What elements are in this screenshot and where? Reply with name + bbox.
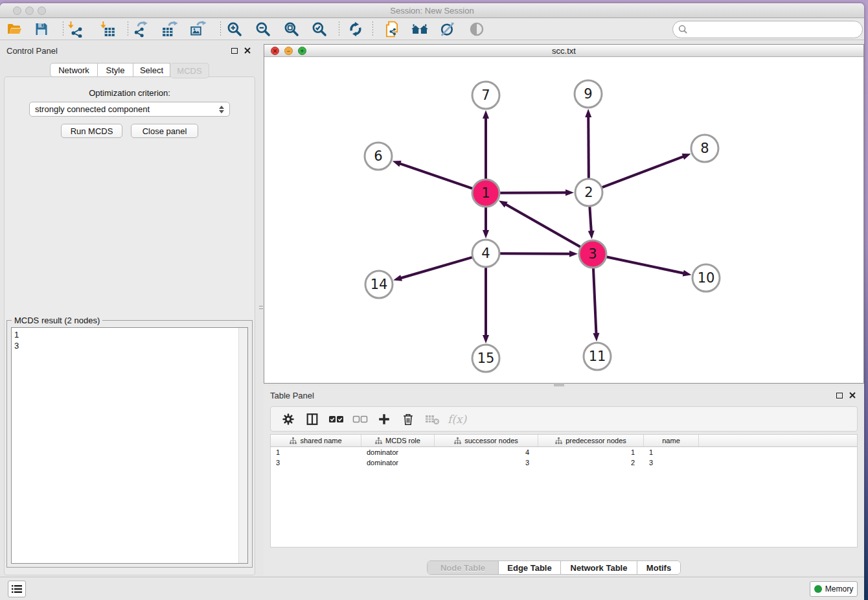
- tab-mcds[interactable]: MCDS: [170, 63, 209, 78]
- export-image-icon: [190, 21, 207, 38]
- search-box[interactable]: [672, 21, 863, 38]
- tab-edge-table[interactable]: Edge Table: [499, 561, 561, 574]
- table-cell[interactable]: 1: [271, 447, 361, 457]
- table-cell[interactable]: dominator: [361, 457, 435, 468]
- close-panel-icon[interactable]: [244, 47, 251, 54]
- table-cell[interactable]: dominator: [361, 447, 435, 457]
- task-history-button[interactable]: [8, 581, 26, 597]
- zoom-fit-button[interactable]: [280, 19, 303, 39]
- table-cell[interactable]: 3: [644, 457, 699, 468]
- zoom-out-button[interactable]: [252, 19, 274, 39]
- column-header-MCDS-role[interactable]: MCDS role: [361, 435, 435, 446]
- control-panel-tabs: NetworkStyleSelectMCDS: [50, 63, 209, 77]
- save-session-button[interactable]: [30, 19, 52, 39]
- column-header-predecessor-nodes[interactable]: predecessor nodes: [538, 435, 644, 446]
- home-button[interactable]: [409, 19, 431, 39]
- close-panel-button[interactable]: Close panel: [131, 124, 198, 138]
- export-table-button[interactable]: [159, 19, 181, 39]
- graph-edge-2-3[interactable]: [589, 207, 591, 232]
- table-toolbar: f(x): [270, 406, 858, 432]
- criterion-select[interactable]: strongly connected component: [29, 102, 230, 117]
- graph-edge-3-1[interactable]: [505, 204, 580, 247]
- graph-node-label: 15: [477, 351, 495, 366]
- graph-edge-4-3[interactable]: [500, 253, 571, 254]
- graph-edge-4-14[interactable]: [400, 257, 472, 278]
- select-all-icon: [328, 414, 344, 424]
- refresh-button[interactable]: [345, 19, 367, 39]
- search-input[interactable]: [691, 25, 862, 34]
- eye-icon: [468, 21, 485, 38]
- network-title: scc.txt: [264, 46, 863, 56]
- tab-network-table[interactable]: Network Table: [561, 561, 637, 574]
- mcds-result-box[interactable]: 1 3: [11, 327, 248, 564]
- graph-edge-arrow: [682, 154, 691, 159]
- table-cell[interactable]: 1: [538, 447, 644, 457]
- table-cell[interactable]: 3: [435, 457, 538, 468]
- table-tabs: Node TableEdge TableNetwork TableMotifs: [427, 560, 681, 575]
- tab-node-table[interactable]: Node Table: [428, 561, 499, 574]
- tab-motifs[interactable]: Motifs: [637, 561, 680, 574]
- apply-style-icon: [439, 21, 456, 38]
- table-cell[interactable]: 2: [538, 457, 644, 468]
- function-builder-button[interactable]: f(x): [446, 410, 466, 429]
- zoom-selected-button[interactable]: [308, 19, 330, 39]
- delete-column-button[interactable]: [398, 410, 418, 429]
- import-network-button[interactable]: [64, 19, 86, 39]
- graph-edge-2-8[interactable]: [602, 156, 685, 187]
- deselect-all-button[interactable]: [350, 410, 370, 429]
- graph-edge-2-9[interactable]: [588, 116, 589, 178]
- criterion-value: strongly connected component: [35, 104, 150, 114]
- show-hide-button[interactable]: [466, 19, 488, 39]
- graph-edge-arrow: [393, 275, 402, 281]
- vertical-splitter[interactable]: [259, 301, 263, 313]
- trash-icon: [401, 412, 415, 426]
- import-table-button[interactable]: [97, 19, 119, 39]
- clone-network-button[interactable]: [381, 19, 403, 39]
- table-header-row: shared nameMCDS rolesuccessor nodesprede…: [271, 435, 857, 447]
- zoom-in-button[interactable]: [223, 19, 246, 39]
- graph-edge-3-10[interactable]: [607, 257, 685, 273]
- deselect-all-icon: [352, 414, 368, 424]
- table-row[interactable]: 1dominator411: [271, 447, 857, 457]
- add-column-button[interactable]: [374, 410, 394, 429]
- column-header-successor-nodes[interactable]: successor nodes: [435, 435, 538, 446]
- export-image-button[interactable]: [187, 19, 209, 39]
- graph-edge-1-2[interactable]: [500, 192, 567, 193]
- zoom-fit-icon: [283, 21, 300, 38]
- tab-select[interactable]: Select: [133, 63, 170, 77]
- graph-node-label: 9: [584, 86, 592, 102]
- apply-style-button[interactable]: [437, 19, 459, 39]
- network-frame-titlebar: ✕ − + scc.txt: [264, 45, 863, 57]
- table-settings-button[interactable]: [279, 410, 298, 429]
- table-cell[interactable]: 4: [435, 447, 538, 457]
- select-all-button[interactable]: [326, 410, 346, 429]
- float-panel-icon[interactable]: [231, 48, 238, 54]
- graph-edge-arrow: [569, 251, 578, 257]
- close-panel-icon[interactable]: [849, 391, 856, 399]
- table-cell[interactable]: 1: [644, 447, 699, 457]
- export-network-button[interactable]: [130, 19, 152, 39]
- table-body: 1dominator4113dominator323: [271, 447, 857, 468]
- import-table-icon: [99, 21, 116, 38]
- column-header-shared-name[interactable]: shared name: [271, 435, 361, 446]
- delete-table-button[interactable]: [422, 410, 442, 429]
- float-panel-icon[interactable]: [836, 393, 843, 398]
- graph-edge-1-6[interactable]: [399, 163, 472, 189]
- list-icon: [12, 584, 22, 594]
- table-cell[interactable]: 3: [271, 457, 361, 468]
- network-canvas[interactable]: 1234678910111415: [264, 57, 863, 383]
- graph-edge-3-11[interactable]: [593, 268, 597, 334]
- graph-node-label: 11: [589, 349, 606, 364]
- result-scrollbar[interactable]: [238, 328, 247, 563]
- open-session-button[interactable]: [3, 19, 25, 39]
- control-panel-title: Control Panel: [6, 46, 58, 56]
- table-row[interactable]: 3dominator323: [271, 457, 857, 468]
- tab-network[interactable]: Network: [50, 63, 98, 77]
- memory-button[interactable]: Memory: [810, 581, 858, 597]
- graph-edge-arrow: [588, 231, 595, 239]
- split-view-button[interactable]: [303, 410, 322, 429]
- run-mcds-button[interactable]: Run MCDS: [61, 124, 122, 138]
- tab-style[interactable]: Style: [98, 63, 133, 77]
- column-header-name[interactable]: name: [644, 435, 699, 446]
- table-panel-title: Table Panel: [270, 391, 314, 400]
